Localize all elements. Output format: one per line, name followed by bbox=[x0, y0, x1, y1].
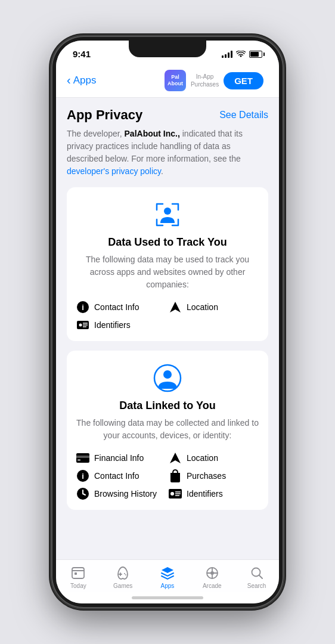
svg-point-10 bbox=[163, 370, 172, 379]
clock-icon bbox=[76, 487, 89, 500]
track-you-card: Data Used to Track You The following dat… bbox=[67, 187, 268, 341]
svg-point-22 bbox=[170, 492, 174, 496]
linked-purchases-item: Purchases bbox=[169, 469, 259, 482]
in-app-purchases-label: In-App Purchases bbox=[191, 73, 219, 88]
tab-today-label: Today bbox=[70, 583, 86, 589]
track-contact-info-label: Contact Info bbox=[94, 302, 139, 312]
linked-location-label: Location bbox=[187, 453, 218, 463]
svg-text:i: i bbox=[82, 303, 84, 312]
search-icon bbox=[249, 565, 265, 581]
svg-point-5 bbox=[79, 324, 82, 327]
tab-arcade[interactable]: Arcade bbox=[194, 565, 230, 589]
status-bar: 9:41 bbox=[56, 41, 279, 64]
credit-card-icon bbox=[76, 451, 89, 465]
linked-location-item: Location bbox=[169, 451, 259, 465]
track-icon-wrap bbox=[76, 199, 259, 230]
today-icon bbox=[70, 565, 86, 581]
privacy-header: App Privacy See Details bbox=[67, 107, 268, 123]
back-button[interactable]: ‹ Apps bbox=[67, 75, 96, 86]
linked-purchases-label: Purchases bbox=[187, 471, 226, 481]
get-button[interactable]: GET bbox=[224, 72, 263, 89]
tab-arcade-label: Arcade bbox=[203, 583, 222, 589]
arcade-icon bbox=[204, 565, 221, 581]
track-location-label: Location bbox=[187, 302, 218, 312]
tab-today[interactable]: Today bbox=[60, 565, 96, 589]
back-chevron-icon: ‹ bbox=[67, 74, 71, 86]
linked-financial-label: Financial Info bbox=[94, 453, 144, 463]
phone-frame: 9:41 bbox=[51, 36, 284, 608]
app-icon-text: PalAbout bbox=[168, 74, 183, 87]
svg-point-30 bbox=[125, 574, 126, 575]
linked-financial-item: Financial Info bbox=[76, 451, 166, 465]
app-icon: PalAbout bbox=[165, 70, 186, 91]
id-card-icon bbox=[76, 318, 89, 332]
track-identifiers-label: Identifiers bbox=[94, 320, 131, 330]
back-label: Apps bbox=[73, 75, 97, 86]
tab-apps-label: Apps bbox=[161, 583, 175, 589]
battery-icon bbox=[249, 51, 262, 58]
tab-search-label: Search bbox=[247, 583, 266, 589]
location-arrow-icon bbox=[169, 301, 182, 314]
phone-container: 9:41 bbox=[0, 0, 335, 644]
track-card-title: Data Used to Track You bbox=[76, 236, 259, 249]
privacy-policy-link[interactable]: developer's privacy policy bbox=[67, 166, 161, 176]
navigation-bar: ‹ Apps PalAbout In-App Purchases GET bbox=[56, 64, 279, 98]
svg-marker-3 bbox=[170, 302, 181, 312]
tab-apps[interactable]: Apps bbox=[150, 565, 185, 589]
linked-card-desc: The following data may be collected and … bbox=[76, 417, 259, 442]
svg-rect-28 bbox=[75, 572, 77, 575]
svg-point-0 bbox=[164, 208, 171, 215]
signal-bars-icon bbox=[222, 51, 232, 58]
wifi-icon bbox=[236, 51, 246, 58]
home-indicator bbox=[56, 592, 279, 603]
phone-screen: 9:41 bbox=[56, 41, 279, 603]
id-card-icon2 bbox=[169, 487, 182, 500]
status-time: 9:41 bbox=[73, 49, 91, 59]
tab-search[interactable]: Search bbox=[239, 565, 275, 589]
linked-browsing-item: Browsing History bbox=[76, 487, 166, 500]
see-details-link[interactable]: See Details bbox=[219, 110, 268, 120]
svg-text:i: i bbox=[82, 472, 84, 481]
home-bar bbox=[132, 596, 203, 599]
linked-person-icon bbox=[152, 363, 183, 394]
track-contact-info-item: i Contact Info bbox=[76, 301, 166, 314]
track-card-desc: The following data may be used to track … bbox=[76, 253, 259, 291]
games-icon bbox=[114, 565, 131, 581]
apps-icon bbox=[159, 565, 176, 581]
svg-point-29 bbox=[124, 573, 125, 574]
svg-marker-15 bbox=[170, 453, 181, 463]
developer-name: PalAbout Inc., bbox=[125, 129, 180, 138]
shopping-bag-icon bbox=[169, 469, 182, 482]
linked-card-title: Data Linked to You bbox=[76, 400, 259, 412]
info-circle-icon: i bbox=[76, 301, 89, 314]
nav-center: PalAbout In-App Purchases GET bbox=[165, 70, 263, 91]
svg-point-32 bbox=[210, 571, 214, 575]
main-content: App Privacy See Details The developer, P… bbox=[56, 98, 279, 559]
info-circle-icon2: i bbox=[76, 469, 89, 482]
linked-identifiers-item: Identifiers bbox=[169, 487, 259, 500]
linked-icon-wrap bbox=[76, 363, 259, 394]
linked-data-items: Financial Info Location bbox=[76, 451, 259, 500]
tab-bar: Today Games bbox=[56, 559, 279, 592]
linked-to-you-card: Data Linked to You The following data ma… bbox=[67, 351, 268, 510]
location-arrow-icon2 bbox=[169, 451, 182, 465]
tab-games-label: Games bbox=[113, 583, 132, 589]
track-location-item: Location bbox=[169, 301, 259, 314]
linked-contact-item: i Contact Info bbox=[76, 469, 166, 482]
svg-rect-26 bbox=[72, 568, 84, 578]
linked-contact-label: Contact Info bbox=[94, 471, 139, 481]
track-identifiers-item: Identifiers bbox=[76, 318, 166, 332]
linked-identifiers-label: Identifiers bbox=[187, 489, 223, 499]
tracking-icon bbox=[152, 199, 183, 230]
svg-rect-13 bbox=[76, 456, 89, 458]
notch bbox=[129, 41, 206, 57]
svg-line-38 bbox=[259, 575, 262, 578]
page-title: App Privacy bbox=[67, 107, 142, 123]
status-icons bbox=[222, 51, 262, 58]
linked-browsing-label: Browsing History bbox=[94, 489, 157, 499]
track-data-items: i Contact Info Location bbox=[76, 301, 259, 332]
tab-games[interactable]: Games bbox=[105, 565, 141, 589]
svg-rect-14 bbox=[77, 459, 80, 461]
privacy-description: The developer, PalAbout Inc., indicated … bbox=[67, 128, 268, 178]
